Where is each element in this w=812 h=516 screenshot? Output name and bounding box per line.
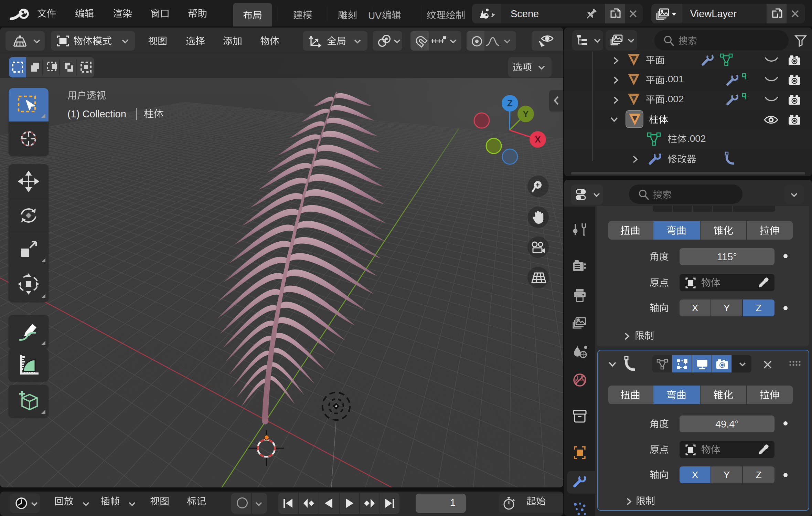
svg-text:X: X — [535, 134, 541, 145]
svg-text:Z: Z — [507, 98, 513, 108]
svg-text:Y: Y — [523, 109, 528, 119]
